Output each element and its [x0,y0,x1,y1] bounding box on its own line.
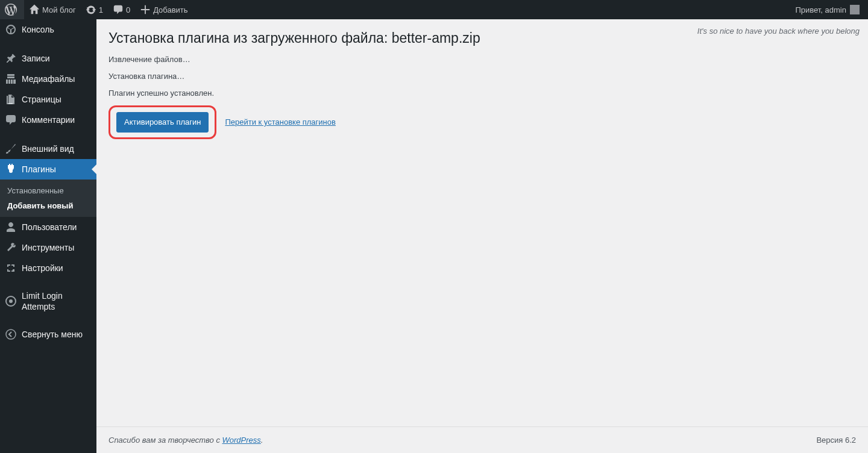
sidebar-item-tools[interactable]: Инструменты [0,237,96,258]
user-greeting[interactable]: Привет, admin [790,0,864,19]
updates-link[interactable]: 1 [81,0,108,19]
wordpress-link[interactable]: WordPress [222,436,261,445]
greeting-text: Привет, admin [795,5,846,14]
comments-count: 0 [126,5,130,14]
sidebar-item-label: Записи [22,53,49,64]
admin-bar-left: Мой блог 1 0 Добавить [0,0,193,19]
updates-count: 1 [99,5,103,14]
top-note: It's so nice to have you back where you … [697,27,860,36]
plugin-icon [5,163,17,175]
sidebar-item-label: Свернуть меню [22,329,83,340]
plus-icon [140,4,151,15]
home-icon [29,4,40,15]
sidebar-item-limit-login[interactable]: Limit Login Attempts [0,287,96,316]
admin-bar-right: Привет, admin [790,0,868,19]
footer: Спасибо вам за творчество с WordPress. В… [96,426,868,453]
activate-plugin-button[interactable]: Активировать плагин [116,112,209,133]
wordpress-icon [5,4,17,16]
sidebar-item-label: Консоль [22,24,54,35]
submenu-item-add-new[interactable]: Добавить новый [0,198,96,213]
footer-thanks: Спасибо вам за творчество с WordPress. [108,436,263,445]
sidebar-item-posts[interactable]: Записи [0,48,96,69]
footer-suffix: . [261,436,263,445]
sidebar-item-collapse[interactable]: Свернуть меню [0,324,96,345]
site-name-label: Мой блог [42,5,76,14]
wrench-icon [5,242,17,254]
sidebar-item-label: Медиафайлы [22,73,75,84]
separator [0,278,96,287]
msg-installing: Установка плагина… [108,72,856,81]
comment-icon [5,114,17,126]
shield-icon [5,295,17,307]
user-icon [5,221,17,233]
footer-prefix: Спасибо вам за творчество с [108,436,222,445]
submenu-item-installed[interactable]: Установленные [0,183,96,198]
settings-icon [5,262,17,274]
separator [0,130,96,139]
sidebar-item-media[interactable]: Медиафайлы [0,69,96,89]
sidebar-item-label: Настройки [22,263,63,273]
sidebar-item-appearance[interactable]: Внешний вид [0,139,96,159]
sidebar-item-console[interactable]: Консоль [0,19,96,40]
goto-plugin-installer-link[interactable]: Перейти к установке плагинов [225,117,335,127]
footer-version: Версия 6.2 [816,436,856,445]
msg-success: Плагин успешно установлен. [108,89,856,98]
brush-icon [5,143,17,155]
comment-icon [113,4,124,15]
sidebar-item-label: Инструменты [22,242,74,253]
pin-icon [5,52,17,64]
collapse-icon [5,328,17,340]
sidebar-item-settings[interactable]: Настройки [0,258,96,278]
content-wrap: Установка плагина из загруженного файла:… [96,19,868,426]
separator [0,316,96,324]
sidebar-item-users[interactable]: Пользователи [0,217,96,237]
action-row: Активировать плагин Перейти к установке … [108,105,856,139]
main-content: It's so nice to have you back where you … [96,19,868,453]
add-new-label: Добавить [153,5,187,14]
sidebar-item-plugins[interactable]: Плагины [0,159,96,180]
svg-point-1 [9,299,13,303]
sidebar-item-label: Пользователи [22,222,77,233]
separator [0,40,96,48]
comments-link[interactable]: 0 [108,0,135,19]
highlight-box: Активировать плагин [108,105,216,139]
admin-sidebar: Консоль Записи Медиафайлы Страницы Комме… [0,19,96,453]
plugins-submenu: Установленные Добавить новый [0,180,96,217]
admin-bar: Мой блог 1 0 Добавить Привет, admin [0,0,868,19]
sidebar-item-label: Внешний вид [22,143,74,154]
site-link[interactable]: Мой блог [24,0,81,19]
sidebar-item-label: Комментарии [22,114,75,125]
add-new-link[interactable]: Добавить [135,0,192,19]
update-icon [86,4,96,15]
avatar-icon [850,5,860,14]
sidebar-item-label: Limit Login Attempts [22,287,92,316]
page-icon [5,93,17,105]
msg-extracting: Извлечение файлов… [108,55,856,64]
svg-point-2 [6,330,16,339]
dashboard-icon [5,23,17,36]
media-icon [5,73,17,85]
wp-logo[interactable] [0,0,24,19]
sidebar-item-label: Страницы [22,94,61,105]
sidebar-item-pages[interactable]: Страницы [0,89,96,110]
sidebar-item-comments[interactable]: Комментарии [0,110,96,130]
sidebar-item-label: Плагины [22,164,56,175]
